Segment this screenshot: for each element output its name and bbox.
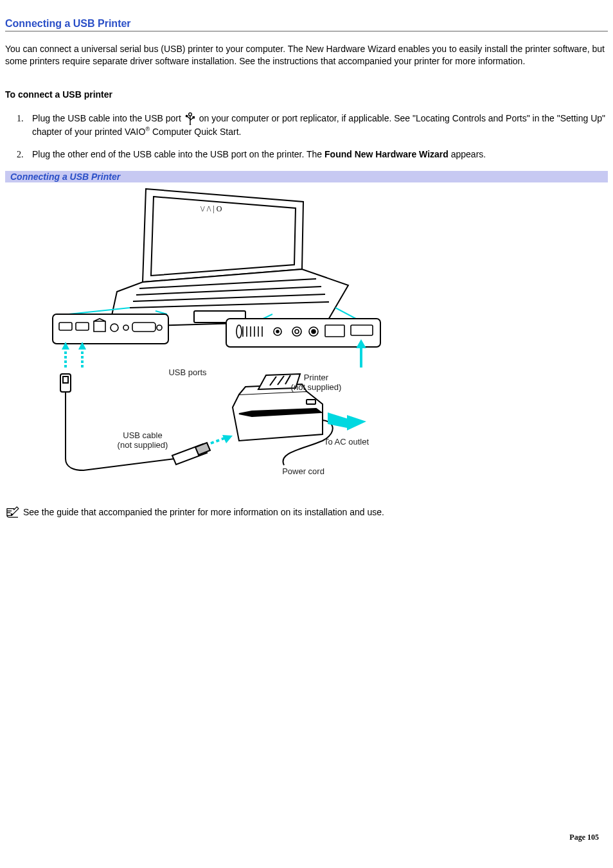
figure-caption-bar: Connecting a USB Printer [5,171,608,182]
svg-point-2 [186,115,187,116]
svg-point-30 [276,330,279,333]
svg-text:\/ /\ | O: \/ /\ | O [200,204,222,213]
label-printer-sub: (not supplied) [291,382,342,392]
svg-point-34 [312,330,315,333]
step-1-text-c: Computer Quick Start. [150,127,241,137]
note-text: See the guide that accompanied the print… [23,507,384,517]
svg-rect-46 [306,400,315,404]
section-subheading: To connect a USB printer [5,89,608,100]
label-usb-cable: USB cable (not supplied) [98,430,188,450]
label-to-ac: To AC outlet [324,437,388,447]
note-pencil-icon [5,506,19,518]
step-list: Plug the USB cable into the USB port [26,112,608,161]
svg-rect-50 [63,376,68,383]
page-title: Connecting a USB Printer [5,18,608,31]
svg-rect-21 [226,319,380,347]
intro-paragraph: You can connect a universal serial bus (… [5,43,608,67]
step-2-text-b: appears. [449,149,486,159]
svg-rect-3 [193,117,194,118]
label-printer: Printer (not supplied) [271,373,361,393]
label-usb-ports: USB ports [155,368,220,378]
svg-point-0 [188,113,191,116]
label-power-cord: Power cord [265,466,342,477]
svg-marker-48 [347,415,366,430]
svg-marker-47 [328,412,348,428]
usb-symbol-icon [185,112,195,125]
step-2: Plug the other end of the USB cable into… [26,148,608,161]
label-printer-text: Printer [304,373,328,382]
step-1: Plug the USB cable into the USB port [26,112,608,138]
svg-line-51 [211,438,226,443]
step-2-bold: Found New Hardware Wizard [324,149,449,159]
label-usb-cable-text: USB cable [123,430,162,440]
figure-illustration: \/ /\ | O [46,182,393,491]
step-2-text-a: Plug the other end of the USB cable into… [32,149,324,159]
step-1-text-a: Plug the USB cable into the USB port [32,113,184,123]
label-usb-cable-sub: (not supplied) [118,440,168,450]
note-row: See the guide that accompanied the print… [5,506,608,518]
